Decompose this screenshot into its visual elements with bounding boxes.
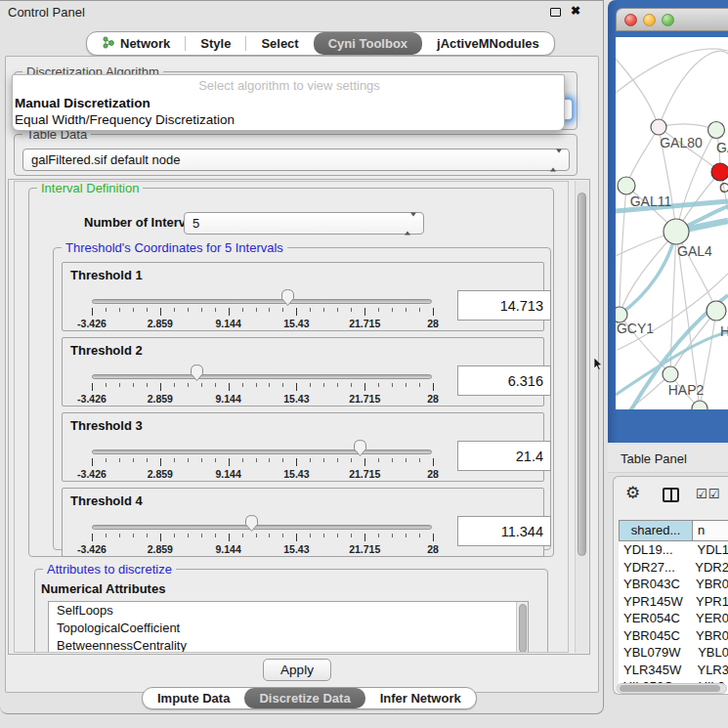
table-cell[interactable]: YDR27... (619, 559, 688, 577)
table-row[interactable]: YLR345WYLR3 (619, 662, 728, 679)
node[interactable] (707, 301, 726, 321)
number-of-intervals-combobox[interactable]: 5 (184, 212, 424, 235)
node-hap2[interactable] (663, 366, 678, 382)
tab-style[interactable]: Style (186, 32, 245, 55)
table-cell[interactable]: YDL19... (619, 541, 690, 559)
threshold-3-slider-thumb[interactable] (352, 439, 368, 458)
tick-mark (296, 534, 297, 541)
node[interactable] (708, 122, 725, 139)
table-cell[interactable]: YLR345W (619, 662, 690, 679)
node-gal11[interactable] (618, 177, 635, 194)
tick-label: 21.715 (349, 468, 380, 480)
column-checkbox-icons[interactable]: ☑☑ (696, 487, 720, 501)
threshold-1-slider-thumb[interactable] (279, 288, 296, 308)
algorithm-option[interactable]: Equal Width/Frequency Discretization (15, 111, 564, 128)
settings-vertical-scrollbar[interactable] (575, 181, 588, 653)
tick-mark (119, 308, 120, 312)
table-cell[interactable]: YBR043C (619, 576, 689, 593)
tick-mark (419, 534, 420, 537)
table-row[interactable]: YBL079WYBL0 (619, 644, 728, 662)
apply-button[interactable]: Apply (263, 659, 331, 681)
tab-discretize-data-label: Discretize Data (259, 691, 350, 706)
tick-mark (351, 383, 352, 387)
threshold-3-value-field[interactable] (457, 441, 551, 471)
threshold-4-slider-track[interactable] (92, 525, 432, 530)
table-row[interactable]: YDR27...YDR2 (619, 559, 728, 577)
table-cell[interactable]: YER054C (619, 610, 689, 627)
attributes-list-scrollbar[interactable] (516, 602, 528, 653)
list-item[interactable]: SelfLoops (49, 602, 528, 620)
settings-gear-icon[interactable]: ⚙ (625, 483, 640, 503)
scrollbar-thumb[interactable] (620, 685, 720, 692)
close-traffic-light-icon[interactable] (624, 14, 637, 26)
tick-mark (310, 383, 311, 387)
scrollbar-thumb[interactable] (519, 604, 527, 653)
scrollbar-thumb[interactable] (578, 193, 586, 556)
tick-mark (310, 458, 311, 462)
table-row[interactable]: YDL19...YDL1 (619, 541, 728, 559)
table-cell[interactable]: YBR045C (619, 627, 689, 645)
table-cell[interactable]: YPR145W (619, 593, 689, 611)
tick-mark (433, 383, 434, 391)
table-cell[interactable]: YDL1 (690, 541, 728, 559)
threshold-3-label: Threshold 3 (70, 418, 143, 433)
slider-ruler (92, 383, 433, 392)
node-label: GAL4 (677, 243, 712, 259)
thresholds-group-title: Threshold's Coordinates for 5 Intervals (62, 240, 287, 255)
list-item[interactable]: BetweennessCentrality (49, 637, 528, 653)
tick-mark (229, 383, 230, 391)
tab-jactivemnodules[interactable]: jActiveMNodules (422, 32, 554, 55)
threshold-4-slider-thumb[interactable] (243, 514, 260, 534)
table-cell[interactable]: YDR2 (688, 559, 728, 577)
tick-mark (188, 383, 189, 387)
close-icon[interactable]: ✖ (571, 4, 580, 18)
table-cell[interactable]: YPR1 (689, 593, 728, 611)
table-cell[interactable]: YBR0 (689, 627, 728, 645)
column-header-shared[interactable]: shared... (620, 521, 693, 540)
threshold-4-value-field[interactable] (457, 516, 551, 546)
threshold-2-slider-track[interactable] (92, 374, 432, 379)
table-row[interactable]: YER054CYER0 (619, 610, 728, 627)
float-window-icon[interactable] (550, 8, 561, 17)
table-data-combobox[interactable]: galFiltered.sif default node (22, 149, 570, 171)
attributes-group-title: Attributes to discretize (43, 562, 176, 577)
table-cell[interactable]: YER0 (689, 610, 728, 627)
maximize-traffic-light-icon[interactable] (662, 14, 674, 26)
threshold-2-slider-thumb[interactable] (189, 364, 205, 383)
column-header-name[interactable]: n (693, 521, 728, 540)
table-cell[interactable]: YBL0 (691, 644, 728, 662)
tick-label: 28 (427, 468, 439, 480)
table-row[interactable]: YPR145WYPR1 (619, 593, 728, 611)
tab-select[interactable]: Select (246, 32, 313, 55)
tab-network[interactable]: Network (87, 32, 185, 55)
node-gal80[interactable] (651, 119, 666, 135)
table-cell[interactable]: YLR3 (690, 662, 728, 679)
tab-infer-network[interactable]: Infer Network (365, 688, 476, 708)
tab-cyni-toolbox[interactable]: Cyni Toolbox (314, 32, 422, 55)
minimize-traffic-light-icon[interactable] (643, 14, 656, 26)
threshold-1-slider-track[interactable] (92, 299, 432, 304)
tick-mark (256, 458, 257, 462)
list-item[interactable]: TopologicalCoefficient (49, 620, 528, 637)
table-panel-title: Table Panel (621, 451, 687, 466)
tick-label: 28 (427, 393, 439, 405)
table-row[interactable]: YBR045CYBR0 (619, 627, 728, 645)
table-cell[interactable]: YBL079W (619, 644, 691, 662)
table-horizontal-scrollbar[interactable] (617, 683, 727, 694)
threshold-2-value-field[interactable] (457, 365, 551, 396)
split-columns-icon[interactable] (663, 488, 679, 502)
node-gal4[interactable] (664, 219, 689, 244)
table-cell[interactable]: YBR0 (689, 576, 728, 593)
tick-label: 2.859 (148, 318, 173, 329)
network-canvas[interactable]: GAL80 GA C GAL11 GAL4 GCY1 H HAP2 (616, 37, 728, 409)
algorithm-option[interactable]: Manual Discretization (15, 95, 564, 111)
node-selected-red[interactable] (711, 163, 728, 181)
tab-impute-data-label: Impute Data (157, 691, 230, 706)
threshold-1-value-field[interactable] (457, 290, 551, 321)
slider-ruler (92, 308, 433, 317)
network-window-titlebar[interactable] (616, 8, 728, 31)
table-row[interactable]: YBR043CYBR0 (619, 576, 728, 593)
tab-discretize-data[interactable]: Discretize Data (244, 688, 364, 708)
threshold-3-slider-track[interactable] (92, 450, 432, 454)
tab-impute-data[interactable]: Impute Data (143, 688, 244, 708)
